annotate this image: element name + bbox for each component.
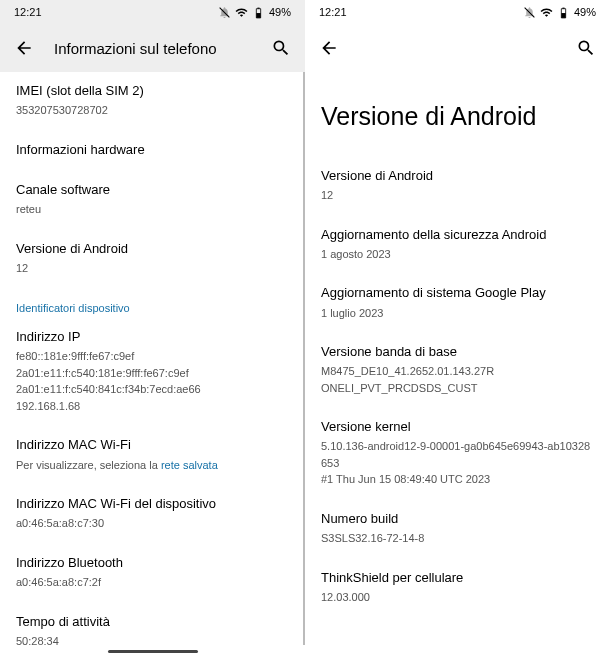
svg-rect-2 xyxy=(256,13,260,18)
item-value: 1 luglio 2023 xyxy=(321,305,594,322)
item-title: ThinkShield per cellulare xyxy=(321,569,594,587)
item-title: Versione kernel xyxy=(321,418,594,436)
item-title: Indirizzo Bluetooth xyxy=(16,554,289,572)
dnd-icon xyxy=(218,6,231,19)
item-value: 12.03.000 xyxy=(321,589,594,606)
item-value: 5.10.136-android12-9-00001-ga0b645e69943… xyxy=(321,438,594,488)
section-header: Identificatori dispositivo xyxy=(16,288,289,318)
item-value: a0:46:5a:a8:c7:2f xyxy=(16,574,289,591)
wifi-icon xyxy=(540,6,553,19)
item-value: 12 xyxy=(321,187,594,204)
item-value: 353207530728702 xyxy=(16,102,289,119)
item-title: IMEI (slot della SIM 2) xyxy=(16,82,289,100)
item-title: Versione di Android xyxy=(321,167,594,185)
item-value: fe80::181e:9fff:fe67:c9ef 2a01:e11:f:c54… xyxy=(16,348,289,414)
setting-item[interactable]: Versione di Android12 xyxy=(321,157,594,216)
status-time: 12:21 xyxy=(14,6,42,18)
svg-rect-5 xyxy=(561,13,565,18)
back-icon[interactable] xyxy=(14,38,34,58)
item-value: 1 agosto 2023 xyxy=(321,246,594,263)
setting-item[interactable]: Numero buildS3SLS32.16-72-14-8 xyxy=(321,500,594,559)
status-icons: 49% xyxy=(523,6,596,19)
page-title: Informazioni sul telefono xyxy=(54,40,251,57)
wifi-icon xyxy=(235,6,248,19)
item-value: a0:46:5a:a8:c7:30 xyxy=(16,515,289,532)
nav-indicator xyxy=(108,650,198,653)
status-icons: 49% xyxy=(218,6,291,19)
item-title: Versione di Android xyxy=(16,240,289,258)
setting-item[interactable]: Indirizzo MAC Wi-FiPer visualizzare, sel… xyxy=(16,426,289,485)
item-title: Aggiornamento di sistema Google Play xyxy=(321,284,594,302)
setting-item[interactable]: Versione kernel5.10.136-android12-9-0000… xyxy=(321,408,594,500)
item-title: Indirizzo MAC Wi-Fi xyxy=(16,436,289,454)
setting-item[interactable]: Aggiornamento di sistema Google Play1 lu… xyxy=(321,274,594,333)
item-value: 50:28:34 xyxy=(16,633,289,650)
status-bar: 12:21 49% xyxy=(0,0,305,24)
item-title: Indirizzo MAC Wi-Fi del dispositivo xyxy=(16,495,289,513)
item-title: Informazioni hardware xyxy=(16,141,289,159)
setting-item[interactable]: IMEI (slot della SIM 2)353207530728702 xyxy=(16,72,289,131)
setting-item[interactable]: Versione di Android12 xyxy=(16,230,289,289)
battery-pct: 49% xyxy=(574,6,596,18)
big-title: Versione di Android xyxy=(321,72,594,157)
phone-right: 12:21 49% Versione di Android Versione d… xyxy=(305,0,610,657)
item-value: S3SLS32.16-72-14-8 xyxy=(321,530,594,547)
item-title: Numero build xyxy=(321,510,594,528)
svg-rect-4 xyxy=(562,7,564,8)
item-value: 12 xyxy=(16,260,289,277)
status-time: 12:21 xyxy=(319,6,347,18)
item-title: Aggiornamento della sicurezza Android xyxy=(321,226,594,244)
toolbar: Informazioni sul telefono xyxy=(0,24,305,72)
setting-item[interactable]: Indirizzo IPfe80::181e:9fff:fe67:c9ef 2a… xyxy=(16,318,289,426)
content[interactable]: Versione di Android Versione di Android1… xyxy=(305,72,610,657)
back-icon[interactable] xyxy=(319,38,339,58)
battery-icon xyxy=(252,6,265,19)
battery-pct: 49% xyxy=(269,6,291,18)
content[interactable]: IMEI (slot della SIM 2)353207530728702 I… xyxy=(0,72,305,657)
link-text[interactable]: rete salvata xyxy=(161,459,218,471)
setting-item[interactable]: ThinkShield per cellulare12.03.000 xyxy=(321,559,594,618)
item-value: M8475_DE10_41.2652.01.143.27R ONELI_PVT_… xyxy=(321,363,594,396)
setting-item[interactable]: Indirizzo MAC Wi-Fi del dispositivoa0:46… xyxy=(16,485,289,544)
item-value: Per visualizzare, seleziona la rete salv… xyxy=(16,457,289,474)
svg-rect-1 xyxy=(257,7,259,8)
toolbar xyxy=(305,24,610,72)
setting-item[interactable]: Canale softwarereteu xyxy=(16,171,289,230)
item-title: Versione banda di base xyxy=(321,343,594,361)
battery-icon xyxy=(557,6,570,19)
status-bar: 12:21 49% xyxy=(305,0,610,24)
item-title: Canale software xyxy=(16,181,289,199)
item-title: Indirizzo IP xyxy=(16,328,289,346)
item-title: Tempo di attività xyxy=(16,613,289,631)
dnd-icon xyxy=(523,6,536,19)
item-value: reteu xyxy=(16,201,289,218)
setting-item[interactable]: Aggiornamento della sicurezza Android1 a… xyxy=(321,216,594,275)
setting-item[interactable]: Informazioni hardware xyxy=(16,131,289,171)
search-icon[interactable] xyxy=(271,38,291,58)
search-icon[interactable] xyxy=(576,38,596,58)
setting-item[interactable]: Indirizzo Bluetootha0:46:5a:a8:c7:2f xyxy=(16,544,289,603)
phone-left: 12:21 49% Informazioni sul telefono IMEI… xyxy=(0,0,305,657)
setting-item[interactable]: Versione banda di baseM8475_DE10_41.2652… xyxy=(321,333,594,408)
setting-item[interactable]: Tempo di attività50:28:34 xyxy=(16,603,289,658)
